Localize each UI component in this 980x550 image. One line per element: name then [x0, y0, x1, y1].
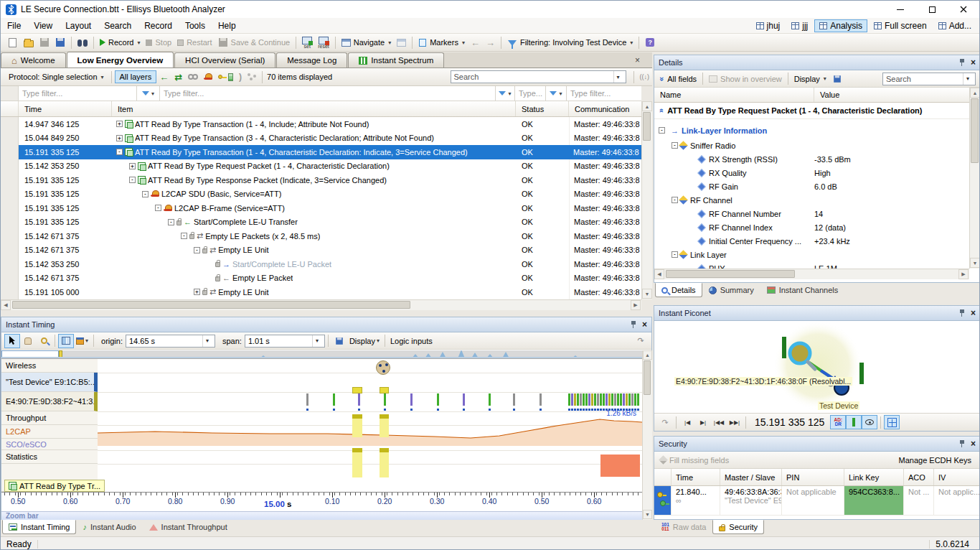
pin-icon[interactable]: [959, 59, 965, 66]
close-button[interactable]: [948, 1, 979, 18]
tab-instant-audio[interactable]: ♪Instant Audio: [76, 520, 142, 534]
save-continue-button[interactable]: Save & Continue: [215, 36, 293, 49]
security-column-aco[interactable]: ACO: [904, 469, 934, 485]
link-button[interactable]: [185, 73, 201, 81]
expand-toggle-icon[interactable]: -: [142, 191, 149, 197]
find-button[interactable]: [75, 37, 90, 48]
expand-toggle-icon[interactable]: -: [672, 197, 678, 203]
value-column-header[interactable]: Value: [814, 88, 980, 102]
details-tree-row[interactable]: -→Link-Layer Information: [654, 123, 980, 137]
tab-security[interactable]: Security: [712, 520, 764, 534]
scroll-up-button[interactable]: ▲: [643, 350, 652, 360]
tab-details[interactable]: Details: [655, 283, 702, 297]
next-event-button[interactable]: ▶|: [695, 415, 711, 429]
table-row[interactable]: 15.142 671 375-⇄Empty LE Packets (x 2, 4…: [1, 229, 641, 243]
layout-tab-jhuj[interactable]: jhuj: [751, 19, 786, 32]
zoom-bar[interactable]: Zoom bar: [1, 511, 642, 520]
live-antenna-button[interactable]: ((↓): [637, 72, 653, 82]
expand-toggle-icon[interactable]: +: [129, 163, 136, 169]
details-tree-row[interactable]: -RF Channel: [654, 193, 980, 207]
details-tree-row[interactable]: RX QualityHigh: [654, 166, 980, 180]
table-row[interactable]: 14.947 346 125+ATT Read By Type Transact…: [1, 117, 641, 131]
expand-toggle-icon[interactable]: +: [116, 121, 123, 127]
all-fields-button[interactable]: »All fields: [657, 73, 699, 85]
table-row[interactable]: 15.142 671 375-⇄Empty LE UnitOKMaster: 4…: [1, 243, 641, 258]
close-panel-icon[interactable]: ×: [971, 309, 976, 317]
restart-button[interactable]: Restart: [174, 37, 215, 48]
reset-markers-button[interactable]: reset: [315, 35, 332, 50]
timing-row-header[interactable]: Wireless: [1, 359, 98, 373]
details-tree-row[interactable]: RF Channel Index12 (data): [654, 220, 980, 234]
security-column-pin[interactable]: PIN: [782, 469, 844, 485]
tab-instant-spectrum[interactable]: Instant Spectrum: [348, 52, 444, 67]
show-in-overview-button[interactable]: Show in overview: [706, 73, 785, 85]
expand-toggle-icon[interactable]: -: [181, 233, 187, 239]
details-tree-row[interactable]: RX Strength (RSSI)-33.5 dBm: [654, 152, 980, 166]
pin-icon[interactable]: [631, 321, 636, 328]
column-header-communication[interactable]: Communication: [569, 101, 641, 116]
expand-toggle-icon[interactable]: +: [116, 135, 123, 141]
expand-toggle-icon[interactable]: -: [168, 219, 174, 225]
menu-layout[interactable]: Layout: [59, 19, 98, 33]
first-event-button[interactable]: |◀◀: [711, 415, 727, 429]
table-row[interactable]: 15.044 849 250+ATT Read By Type Transact…: [1, 131, 641, 146]
export-button[interactable]: [52, 36, 68, 49]
tab-welcome[interactable]: ⌂Welcome: [1, 52, 66, 67]
tab-hci-overview-serial-[interactable]: HCI Overview (Serial): [174, 52, 275, 67]
scroll-right-button[interactable]: ▶: [631, 300, 641, 310]
table-row[interactable]: 15.191 335 125-←Start/Complete LE-U Tran…: [1, 215, 641, 230]
signal-bars-button[interactable]: [846, 415, 862, 429]
prev-event-button[interactable]: |◀: [679, 415, 695, 429]
collapse-chevron-icon[interactable]: »: [656, 108, 665, 113]
expand-toggle-icon[interactable]: -: [194, 247, 200, 253]
timing-vscroll[interactable]: ▲▼: [642, 350, 652, 520]
scroll-down-button[interactable]: ▼: [970, 258, 980, 268]
details-tree-row[interactable]: -Sniffer Radio: [654, 139, 980, 152]
zoom-tool-button[interactable]: [36, 334, 52, 348]
last-event-button[interactable]: ▶▶|: [727, 415, 743, 429]
tab-summary[interactable]: Summary: [702, 283, 760, 297]
logic-inputs-button[interactable]: Logic inputs: [388, 334, 435, 348]
table-row[interactable]: 15.191 105 000+⇄Empty LE UnitOKMaster: 4…: [1, 285, 641, 299]
navigate-button[interactable]: Navigate▾: [339, 37, 394, 48]
stop-button[interactable]: Stop: [143, 37, 174, 48]
details-hscroll[interactable]: ◀▶: [654, 269, 969, 279]
battery-button[interactable]: [225, 72, 236, 83]
display-menu-button[interactable]: Display▾: [347, 334, 382, 348]
expand-toggle-icon[interactable]: -: [672, 142, 678, 149]
fill-missing-fields-button[interactable]: Fill missing fields: [657, 455, 732, 466]
nav-forward-button[interactable]: →: [483, 36, 498, 50]
table-row[interactable]: 15.191 335 125-ATT Read By Type Transact…: [1, 145, 641, 159]
origin-combo[interactable]: 14.65 s▾: [126, 335, 215, 348]
pin-icon[interactable]: [959, 309, 965, 317]
column-header-status[interactable]: Status: [516, 101, 569, 116]
split-view-button[interactable]: [58, 334, 74, 348]
scroll-left-button[interactable]: ◀: [1, 300, 11, 310]
table-vscroll-thumb[interactable]: [643, 112, 651, 141]
details-vscroll-thumb[interactable]: [971, 98, 979, 163]
tab-instant-channels[interactable]: Instant Channels: [760, 283, 845, 297]
help-button[interactable]: ?: [642, 36, 658, 49]
tab-raw-data[interactable]: 101011Raw data: [655, 520, 712, 534]
table-hscroll-thumb[interactable]: [12, 301, 410, 309]
protocol-selector[interactable]: Protocol: Single selection▾: [4, 71, 108, 83]
piconet-live-button[interactable]: ↷: [657, 415, 673, 429]
copy-details-button[interactable]: [829, 73, 845, 85]
time-filter-funnel-button[interactable]: ▾: [137, 86, 160, 101]
expand-toggle-icon[interactable]: -: [116, 149, 123, 155]
column-header-item[interactable]: Item: [112, 101, 516, 116]
menu-help[interactable]: Help: [212, 19, 242, 33]
scroll-down-button[interactable]: ▼: [643, 510, 652, 519]
table-row[interactable]: 15.142 353 250+ATT Read By Type Request …: [1, 159, 641, 174]
item-filter-input[interactable]: Type filter...: [160, 86, 496, 101]
timing-vscroll-thumb[interactable]: [644, 360, 651, 395]
comm-filter-input[interactable]: Type filter...: [567, 86, 641, 101]
status-filter-funnel-button[interactable]: ▾: [546, 86, 567, 101]
details-hscroll-thumb[interactable]: [666, 270, 795, 278]
maximize-button[interactable]: [916, 1, 948, 18]
table-hscroll[interactable]: ◀▶: [1, 299, 641, 310]
copy-display-button[interactable]: [331, 334, 347, 348]
filtering-button[interactable]: Filtering: Involving Test Device▾: [504, 37, 636, 48]
security-row[interactable]: 21.840...∞49:46:33:8A:36:3..."Test Devic…: [654, 486, 980, 516]
table-row[interactable]: 15.191 335 125-L2CAP SDU (Basic, Service…: [1, 187, 641, 202]
